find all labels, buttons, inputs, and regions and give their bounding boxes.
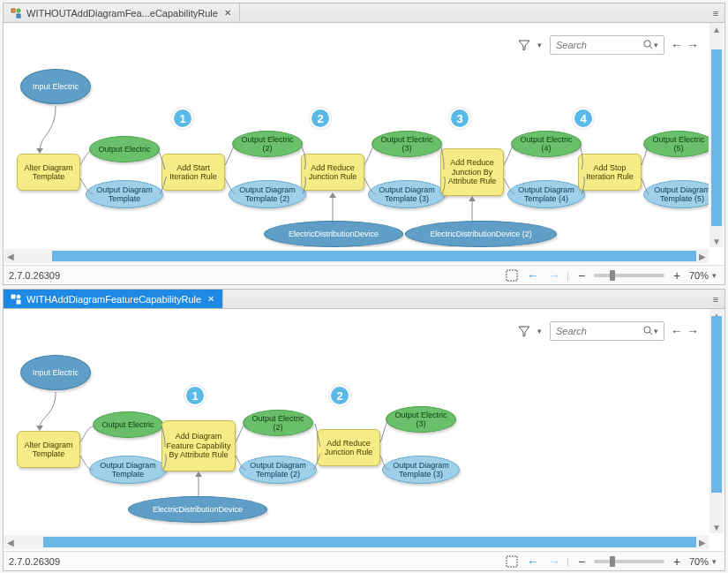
- horizontal-scrollbar[interactable]: ◀ ▶: [4, 535, 709, 549]
- node-alter-diagram-template[interactable]: Alter Diagram Template: [17, 154, 80, 191]
- search-dropdown[interactable]: ▾: [654, 41, 660, 49]
- zoom-out-button[interactable]: −: [573, 268, 590, 283]
- svg-rect-7: [17, 300, 20, 304]
- filter-button[interactable]: [516, 37, 532, 53]
- node-output-diagram-template-2[interactable]: Output Diagram Template (2): [239, 456, 317, 484]
- node-output-electric-3[interactable]: Output Electric (3): [386, 406, 456, 433]
- node-output-electric[interactable]: Output Electric: [89, 136, 160, 162]
- node-electric-distribution-device[interactable]: ElectricDistributionDevice: [128, 496, 267, 523]
- svg-rect-6: [11, 295, 15, 298]
- filter-dropdown[interactable]: ▾: [537, 327, 544, 336]
- scroll-right-button[interactable]: ▶: [696, 249, 709, 263]
- badge-1: 1: [172, 108, 193, 129]
- badge-2: 2: [329, 385, 350, 406]
- zoom-in-button[interactable]: +: [668, 268, 686, 283]
- search-dropdown[interactable]: ▾: [654, 327, 660, 336]
- svg-line-4: [649, 46, 652, 49]
- search-input[interactable]: [554, 39, 642, 51]
- fit-extents-button[interactable]: [503, 554, 521, 569]
- svg-rect-0: [11, 9, 15, 12]
- node-output-diagram-template-2[interactable]: Output Diagram Template (2): [229, 180, 306, 208]
- history-forward-button[interactable]: →: [545, 554, 563, 569]
- zoom-slider[interactable]: [594, 560, 664, 563]
- filter-dropdown[interactable]: ▾: [537, 41, 544, 49]
- tab-close-button[interactable]: ✕: [223, 9, 232, 18]
- search-input[interactable]: [554, 325, 642, 337]
- hscroll-thumb[interactable]: [52, 251, 696, 261]
- svg-point-8: [17, 295, 20, 298]
- node-input-electric[interactable]: Input Electric: [20, 355, 91, 390]
- node-output-electric-3[interactable]: Output Electric (3): [372, 131, 442, 157]
- node-add-start-iteration[interactable]: Add Start Iteration Rule: [161, 154, 225, 191]
- panel-menu-button[interactable]: ≡: [707, 290, 724, 308]
- panel-without: WITHOUTAddDiagramFea...eCapabilityRule ✕…: [3, 3, 725, 285]
- history-back-button[interactable]: ←: [524, 554, 542, 569]
- badge-3: 3: [449, 108, 470, 129]
- search-box[interactable]: ▾: [550, 35, 664, 55]
- history-back-button[interactable]: ←: [524, 268, 542, 283]
- nav-next-button[interactable]: →: [686, 324, 700, 338]
- node-add-stop-iteration[interactable]: Add Stop Iteration Rule: [578, 154, 642, 191]
- svg-rect-1: [17, 14, 20, 18]
- search-box[interactable]: ▾: [550, 321, 664, 341]
- zoom-dropdown[interactable]: ▾: [712, 271, 719, 280]
- filter-button[interactable]: [516, 323, 532, 339]
- history-forward-button[interactable]: →: [545, 268, 563, 283]
- svg-rect-11: [507, 556, 517, 567]
- zoom-slider[interactable]: [594, 274, 664, 277]
- search-icon[interactable]: [642, 325, 654, 337]
- node-electric-distribution-device-2[interactable]: ElectricDistributionDevice (2): [405, 221, 557, 247]
- scroll-left-button[interactable]: ◀: [4, 535, 17, 549]
- scroll-thumb[interactable]: [711, 316, 722, 493]
- diagram-canvas[interactable]: Input Electric Alter Diagram Template Ou…: [4, 28, 709, 247]
- tab-bar: WITHAddDiagramFeatureCapabilityRule ✕ ≡: [4, 290, 724, 309]
- node-add-reduce-junction[interactable]: Add Reduce Junction Rule: [301, 154, 364, 191]
- tab-close-button[interactable]: ✕: [206, 295, 215, 304]
- nav-prev-button[interactable]: ←: [670, 324, 684, 338]
- horizontal-scrollbar[interactable]: ◀ ▶: [4, 249, 709, 263]
- svg-point-3: [644, 41, 650, 47]
- vertical-scrollbar[interactable]: ▲ ▼: [709, 23, 724, 247]
- node-output-electric-5[interactable]: Output Electric (5): [643, 131, 709, 157]
- zoom-slider-knob[interactable]: [610, 270, 615, 281]
- nav-prev-button[interactable]: ←: [670, 38, 684, 52]
- node-output-electric-2[interactable]: Output Electric (2): [243, 410, 313, 436]
- node-output-diagram-template-3[interactable]: Output Diagram Template (3): [368, 180, 446, 208]
- fit-extents-button[interactable]: [503, 268, 521, 283]
- tab-with[interactable]: WITHAddDiagramFeatureCapabilityRule ✕: [4, 290, 223, 308]
- scroll-thumb[interactable]: [711, 49, 722, 226]
- node-output-electric[interactable]: Output Electric: [93, 411, 163, 438]
- zoom-in-button[interactable]: +: [668, 554, 686, 569]
- search-icon[interactable]: [642, 39, 654, 51]
- vertical-scrollbar[interactable]: ▲ ▼: [709, 309, 724, 533]
- node-add-diagram-feature-capability[interactable]: Add Diagram Feature Capability By Attrib…: [161, 420, 236, 471]
- node-input-electric[interactable]: Input Electric: [20, 69, 91, 104]
- diagram-canvas[interactable]: Input Electric Alter Diagram Template Ou…: [4, 314, 709, 533]
- zoom-out-button[interactable]: −: [573, 554, 590, 569]
- node-output-diagram-template-3[interactable]: Output Diagram Template (3): [382, 456, 460, 484]
- scroll-up-button[interactable]: ▲: [709, 23, 724, 35]
- tab-without[interactable]: WITHOUTAddDiagramFea...eCapabilityRule ✕: [4, 4, 240, 22]
- node-output-electric-4[interactable]: Output Electric (4): [511, 131, 582, 157]
- node-output-diagram-template[interactable]: Output Diagram Template: [89, 456, 167, 484]
- node-output-diagram-template[interactable]: Output Diagram Template: [86, 180, 163, 208]
- badge-4: 4: [573, 108, 594, 129]
- node-output-diagram-template-5[interactable]: Output Diagram Template (5): [643, 180, 709, 208]
- node-alter-diagram-template[interactable]: Alter Diagram Template: [17, 431, 80, 468]
- zoom-dropdown[interactable]: ▾: [712, 557, 719, 566]
- panel-menu-button[interactable]: ≡: [707, 4, 724, 22]
- scroll-right-button[interactable]: ▶: [696, 535, 709, 549]
- hscroll-thumb[interactable]: [43, 537, 696, 547]
- node-add-reduce-junction[interactable]: Add Reduce Junction Rule: [317, 429, 380, 466]
- svg-line-10: [649, 332, 652, 335]
- node-output-electric-2[interactable]: Output Electric (2): [232, 131, 303, 157]
- node-output-diagram-template-4[interactable]: Output Diagram Template (4): [507, 180, 585, 208]
- scroll-down-button[interactable]: ▼: [709, 235, 724, 247]
- scroll-left-button[interactable]: ◀: [4, 249, 17, 263]
- scroll-down-button[interactable]: ▼: [709, 521, 724, 533]
- nav-next-button[interactable]: →: [686, 38, 700, 52]
- node-electric-distribution-device[interactable]: ElectricDistributionDevice: [264, 221, 403, 247]
- panel-with: WITHAddDiagramFeatureCapabilityRule ✕ ≡ …: [3, 289, 725, 571]
- zoom-slider-knob[interactable]: [610, 556, 615, 567]
- node-add-reduce-junction-by-attr[interactable]: Add Reduce Junction By Attribute Rule: [440, 148, 504, 196]
